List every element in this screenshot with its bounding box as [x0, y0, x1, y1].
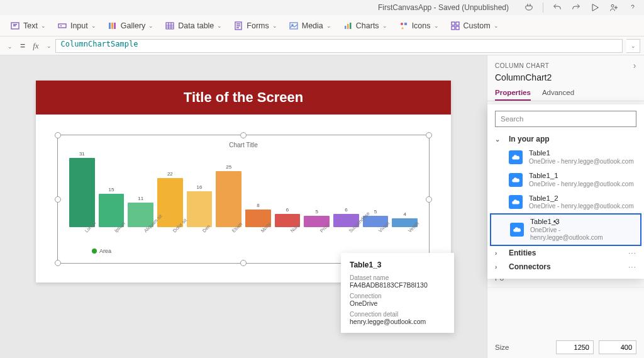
tab-properties[interactable]: Properties: [495, 89, 531, 101]
chevron-down-icon: ⌄: [495, 136, 504, 143]
section-entities[interactable]: › Entities ···: [487, 246, 644, 260]
formula-bar: ⌄ = fx⌄ ColumnChartSample ⌄: [0, 36, 644, 55]
screen-title: Title of the Screen: [36, 81, 451, 115]
more-icon[interactable]: ···: [628, 249, 636, 257]
chevron-right-icon: ›: [495, 250, 504, 257]
properties-tabs: Properties Advanced: [487, 85, 644, 101]
properties-panel: COLUMN CHART › ColumnChart2 Properties A…: [487, 55, 644, 358]
fx-equals: =: [20, 41, 25, 51]
column-chart-control[interactable]: Chart Title 31Lorem15Ipsum11Aliquam sit2…: [57, 135, 430, 264]
chevron-down-icon: ⌄: [41, 23, 46, 29]
app-checker-icon[interactable]: [524, 3, 534, 13]
svg-rect-17: [452, 26, 455, 30]
ribbon-charts[interactable]: Charts⌄: [338, 18, 392, 33]
size-property-row: Size: [487, 337, 644, 358]
resize-handle[interactable]: [426, 196, 432, 203]
resize-handle[interactable]: [55, 132, 61, 138]
text-icon: [10, 21, 20, 31]
fx-icon: fx: [29, 41, 42, 51]
onedrive-icon: [509, 150, 523, 164]
ribbon-input[interactable]: Input⌄: [52, 18, 101, 33]
svg-rect-16: [456, 22, 459, 25]
svg-rect-6: [166, 23, 174, 29]
chart-bar: 6Suspendisse: [333, 207, 359, 235]
fx-property-selector[interactable]: ⌄: [4, 42, 16, 50]
chevron-down-icon: ⌄: [272, 23, 277, 29]
ribbon-media[interactable]: Media⌄: [284, 18, 336, 33]
ribbon-data-table[interactable]: Data table⌄: [160, 18, 227, 33]
media-icon: [289, 21, 299, 31]
ribbon-forms[interactable]: Forms⌄: [228, 18, 282, 33]
chart-bars: 31Lorem15Ipsum11Aliquam sit22Dolor sit16…: [67, 154, 420, 235]
search-input[interactable]: Search: [495, 111, 636, 127]
svg-rect-5: [114, 23, 116, 29]
workspace: Title of the Screen Chart Title 31Lorem1…: [0, 55, 644, 358]
chart-bar: 15Ipsum: [99, 187, 125, 235]
datasource-item[interactable]: Table1_1OneDrive - henry.legge@outlook.c…: [487, 169, 644, 191]
resize-handle[interactable]: [240, 260, 247, 266]
ribbon-icons[interactable]: Icons⌄: [394, 18, 444, 33]
resize-handle[interactable]: [55, 260, 61, 266]
control-type-label: COLUMN CHART ›: [495, 60, 636, 70]
resize-handle[interactable]: [240, 132, 247, 138]
resize-handle[interactable]: [55, 196, 61, 203]
chart-bar: 6Nunc: [275, 207, 301, 235]
help-icon[interactable]: [628, 3, 638, 13]
width-input[interactable]: [556, 340, 594, 354]
legend-label: Area: [99, 248, 111, 254]
title-bar: FirstCanvasApp - Saved (Unpublished): [0, 0, 644, 15]
svg-rect-18: [456, 26, 459, 30]
table-icon: [165, 21, 175, 31]
ribbon-insert: Text⌄Input⌄Gallery⌄Data table⌄Forms⌄Medi…: [0, 15, 644, 36]
more-icon[interactable]: ···: [628, 262, 636, 271]
chart-icon: [343, 21, 353, 31]
svg-rect-14: [404, 23, 407, 25]
datasource-tooltip: Table1_3 Dataset name FA4BADB8183CF7B8I1…: [341, 253, 454, 333]
svg-rect-2: [58, 24, 66, 28]
svg-rect-15: [452, 22, 455, 25]
chart-bar: 8Morbi: [245, 203, 271, 235]
input-icon: [57, 21, 67, 31]
chart-bar: 5Proin: [304, 209, 330, 235]
legend-marker: [92, 249, 97, 254]
datasource-item[interactable]: Table1OneDrive - henry.legge@outlook.com: [487, 146, 644, 169]
chevron-right-icon: ›: [495, 264, 504, 271]
datasource-item[interactable]: Table1_3OneDrive - henry.legge@outlook.c…: [490, 213, 641, 246]
ribbon-text[interactable]: Text⌄: [5, 18, 51, 33]
canvas-area[interactable]: Title of the Screen Chart Title 31Lorem1…: [0, 55, 487, 358]
resize-handle[interactable]: [426, 132, 432, 138]
chevron-right-icon[interactable]: ›: [633, 60, 636, 70]
redo-icon[interactable]: [571, 3, 581, 13]
chevron-down-icon: ⌄: [217, 23, 222, 29]
chart-bar: 11Aliquam sit: [128, 196, 153, 235]
app-title: FirstCanvasApp - Saved (Unpublished): [378, 3, 509, 12]
onedrive-icon: [509, 195, 523, 209]
formula-expand-button[interactable]: ⌄: [626, 39, 640, 53]
chevron-down-icon: ⌄: [326, 23, 331, 29]
ribbon-gallery[interactable]: Gallery⌄: [103, 18, 159, 33]
svg-rect-3: [109, 23, 111, 29]
svg-rect-12: [350, 23, 352, 29]
chevron-down-icon: ⌄: [434, 23, 439, 29]
tooltip-title: Table1_3: [350, 260, 445, 269]
play-icon[interactable]: [590, 3, 600, 13]
tab-advanced[interactable]: Advanced: [542, 89, 574, 101]
section-in-your-app[interactable]: ⌄ In your app: [487, 132, 644, 146]
onedrive-icon: [509, 173, 523, 187]
section-connectors[interactable]: › Connectors ···: [487, 260, 644, 274]
height-input[interactable]: [599, 340, 636, 354]
chart-bar: 31Lorem: [69, 151, 95, 235]
datasource-picker: Search ⌄ In your app Table1OneDrive - he…: [487, 104, 644, 279]
datasource-item[interactable]: Table1_2OneDrive - henry.legge@outlook.c…: [487, 191, 644, 214]
chevron-down-icon: ⌄: [91, 23, 96, 29]
chart-title: Chart Title: [67, 142, 420, 148]
ribbon-custom[interactable]: Custom⌄: [445, 18, 504, 33]
cursor-icon: ↖: [553, 218, 558, 227]
svg-point-0: [611, 4, 614, 7]
custom-icon: [450, 21, 460, 31]
svg-rect-4: [111, 23, 113, 29]
formula-input[interactable]: ColumnChartSample: [55, 39, 623, 53]
svg-rect-10: [345, 26, 347, 29]
share-icon[interactable]: [609, 3, 619, 13]
undo-icon[interactable]: [552, 3, 562, 13]
